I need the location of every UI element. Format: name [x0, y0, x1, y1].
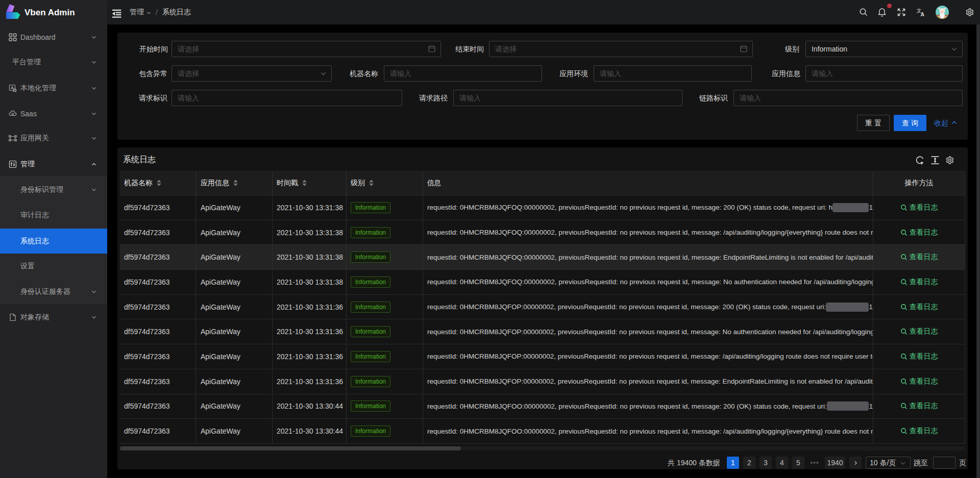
svg-text:A: A: [921, 12, 925, 17]
